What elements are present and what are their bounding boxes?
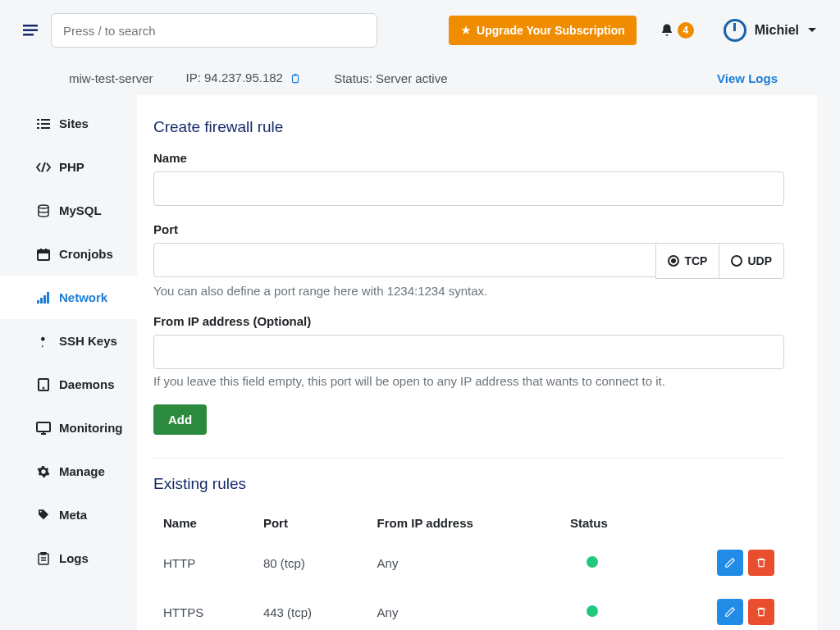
protocol-tcp-radio[interactable]: TCP <box>656 244 719 278</box>
rules-table: Name Port From IP address Status HTTP 80… <box>153 508 784 630</box>
upgrade-button[interactable]: Upgrade Your Subscription <box>449 16 637 45</box>
svg-rect-7 <box>37 123 39 125</box>
col-status: Status <box>560 508 655 538</box>
sidebar-item-monitoring[interactable]: Monitoring <box>0 406 137 450</box>
clipboard-list-icon <box>36 552 51 565</box>
svg-rect-0 <box>23 25 38 27</box>
svg-rect-5 <box>37 119 39 121</box>
main-content: Create firewall rule Name Port TCP UDP <box>137 95 817 630</box>
calendar-icon <box>36 248 51 261</box>
server-name: miw-test-server <box>69 71 153 85</box>
delete-button[interactable] <box>748 599 774 625</box>
protocol-udp-radio[interactable]: UDP <box>719 244 783 278</box>
svg-rect-3 <box>293 75 299 82</box>
svg-rect-19 <box>47 292 49 304</box>
table-row: HTTP 80 (tcp) Any <box>153 538 784 587</box>
edit-button[interactable] <box>717 599 743 625</box>
divider <box>153 458 784 459</box>
delete-button[interactable] <box>748 550 774 576</box>
svg-rect-14 <box>40 249 42 252</box>
server-status: Status: Server active <box>334 71 447 85</box>
sidebar-item-logs[interactable]: Logs <box>0 536 137 580</box>
user-name: Michiel <box>755 23 799 38</box>
menu-toggle-icon[interactable] <box>23 25 38 36</box>
name-label: Name <box>153 151 784 165</box>
col-port: Port <box>253 508 368 538</box>
tag-icon <box>36 509 51 522</box>
svg-rect-23 <box>39 554 48 564</box>
search-input[interactable] <box>51 13 377 48</box>
existing-title: Existing rules <box>153 475 784 493</box>
code-icon <box>36 162 51 172</box>
status-active-icon <box>587 605 598 617</box>
server-ip: IP: 94.237.95.182 <box>186 71 302 85</box>
radio-unchecked-icon <box>731 255 742 267</box>
col-from: From IP address <box>368 508 560 538</box>
svg-rect-16 <box>37 300 39 304</box>
sidebar-item-sites[interactable]: Sites <box>0 102 137 145</box>
svg-rect-15 <box>45 249 47 252</box>
radio-checked-icon <box>668 255 679 267</box>
user-menu[interactable]: Michiel <box>724 19 817 42</box>
port-label: Port <box>153 222 784 236</box>
svg-rect-13 <box>38 250 49 253</box>
power-icon <box>724 19 746 42</box>
sidebar-item-daemons[interactable]: Daemons <box>0 363 137 406</box>
edit-button[interactable] <box>717 550 743 576</box>
svg-rect-6 <box>41 119 50 121</box>
svg-rect-24 <box>41 552 46 555</box>
fromip-label: From IP address (Optional) <box>153 314 784 328</box>
svg-rect-2 <box>23 34 34 36</box>
sidebar-item-php[interactable]: PHP <box>0 145 137 189</box>
chevron-down-icon <box>807 27 817 34</box>
svg-rect-18 <box>43 295 46 304</box>
database-icon <box>36 204 51 217</box>
svg-point-11 <box>39 205 48 208</box>
status-active-icon <box>587 556 598 568</box>
upgrade-label: Upgrade Your Subscription <box>477 24 625 37</box>
star-icon <box>460 25 472 36</box>
svg-rect-1 <box>23 30 38 32</box>
signal-icon <box>36 292 51 304</box>
bell-icon <box>660 22 674 39</box>
name-input[interactable] <box>153 171 784 206</box>
sidebar-item-mysql[interactable]: MySQL <box>0 189 137 232</box>
sidebar-item-sshkeys[interactable]: SSH Keys <box>0 319 137 363</box>
port-input[interactable] <box>153 243 655 277</box>
add-button[interactable]: Add <box>153 404 207 435</box>
notification-count: 4 <box>678 22 694 39</box>
clipboard-icon[interactable] <box>290 71 301 84</box>
key-icon <box>36 335 51 348</box>
table-row: HTTPS 443 (tcp) Any <box>153 587 784 630</box>
port-help-text: You can also define a port range here wi… <box>153 284 784 298</box>
list-icon <box>36 118 51 130</box>
notifications-button[interactable]: 4 <box>660 22 694 39</box>
form-title: Create firewall rule <box>153 118 784 136</box>
sidebar-item-manage[interactable]: Manage <box>0 450 137 493</box>
fromip-input[interactable] <box>153 335 784 369</box>
sidebar-item-network[interactable]: Network <box>0 276 137 319</box>
sidebar-item-meta[interactable]: Meta <box>0 493 137 536</box>
svg-rect-10 <box>41 127 50 129</box>
view-logs-link[interactable]: View Logs <box>717 71 817 85</box>
fromip-help-text: If you leave this field empty, this port… <box>153 374 784 388</box>
sidebar-item-cronjobs[interactable]: Cronjobs <box>0 232 137 276</box>
monitor-icon <box>36 422 51 435</box>
svg-point-21 <box>43 387 44 388</box>
tablet-icon <box>36 378 51 391</box>
svg-rect-4 <box>294 74 297 75</box>
gear-icon <box>36 465 51 478</box>
svg-rect-22 <box>37 422 50 431</box>
svg-rect-9 <box>37 127 39 129</box>
col-name: Name <box>153 508 253 538</box>
svg-rect-17 <box>40 298 43 304</box>
sidebar: Sites PHP MySQL Cronjobs Network SSH Key… <box>0 95 137 630</box>
svg-rect-8 <box>41 123 50 125</box>
